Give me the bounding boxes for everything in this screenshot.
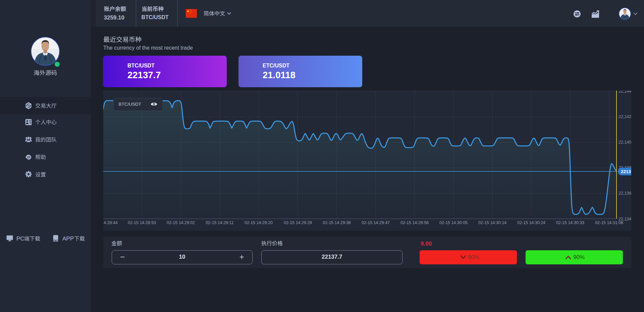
svg-text:02-15 14:28:53: 02-15 14:28:53 (128, 220, 156, 225)
svg-text:22,134: 22,134 (619, 217, 631, 221)
svg-text:02-15 14:29:11: 02-15 14:29:11 (206, 220, 233, 225)
svg-text:02-15 14:30:14: 02-15 14:30:14 (478, 220, 506, 225)
svg-text:02-15 14:29:47: 02-15 14:29:47 (362, 220, 390, 225)
svg-text:02-15 14:29:29: 02-15 14:29:29 (284, 220, 312, 225)
svg-text:4:28:44: 4:28:44 (104, 220, 118, 225)
svg-text:22,140: 22,140 (619, 140, 631, 145)
svg-text:02-15 14:30:05: 02-15 14:30:05 (439, 220, 468, 225)
svg-text:02-15 14:29:20: 02-15 14:29:20 (245, 220, 273, 225)
svg-text:22,144: 22,144 (619, 91, 631, 94)
svg-text:02-15 14:30:24: 02-15 14:30:24 (517, 220, 545, 225)
svg-text:22137.: 22137. (621, 169, 631, 174)
svg-text:02-15 14:29:38: 02-15 14:29:38 (323, 220, 351, 225)
svg-text:02-15 14:29:02: 02-15 14:29:02 (167, 220, 195, 225)
svg-text:02-15 14:30:33: 02-15 14:30:33 (556, 220, 584, 225)
svg-text:22,136: 22,136 (619, 191, 631, 196)
svg-text:02-15 14:29:56: 02-15 14:29:56 (400, 220, 429, 225)
svg-text:BTC/USDT: BTC/USDT (119, 102, 142, 107)
svg-text:22,142: 22,142 (619, 114, 631, 119)
